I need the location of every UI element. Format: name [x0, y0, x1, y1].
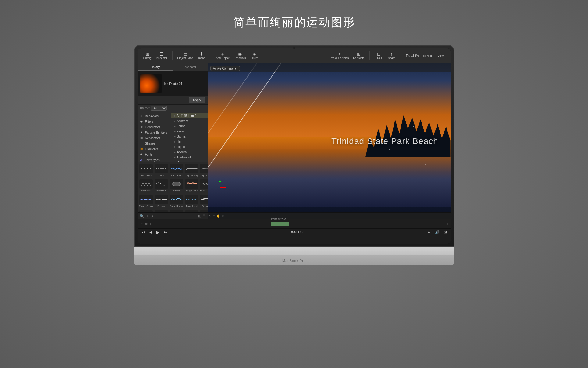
sub-item-flora[interactable]: ▶ Flora: [171, 129, 208, 134]
brush-thumb-fingerpaint: [185, 179, 198, 189]
brush-item-filbert[interactable]: Filbert: [169, 178, 184, 193]
tab-library[interactable]: Library: [138, 63, 173, 71]
camera-dropdown-arrow[interactable]: ▼: [234, 67, 237, 70]
brush-item-dry-heavy[interactable]: Dry...Heavy: [184, 163, 199, 178]
brush-item-graff-02[interactable]: Graff...er 02: [154, 209, 169, 212]
share-icon: ↑: [390, 52, 393, 56]
brush-item-gres-heavy[interactable]: Gres...Heavy: [169, 209, 184, 212]
sub-item-all[interactable]: ▶ All (145 Items): [171, 113, 208, 118]
project-pane-button[interactable]: ▤ Project Pane: [176, 51, 195, 60]
sub-label-light: Light: [177, 140, 184, 143]
category-item-generators[interactable]: ⊕ Generators: [138, 124, 171, 130]
make-particles-icon: ✦: [338, 52, 342, 56]
category-item-filters[interactable]: ◈ Filters: [138, 119, 171, 124]
apply-button[interactable]: Apply: [189, 97, 205, 103]
replicate-button[interactable]: ⊞ Replicate: [351, 51, 366, 60]
tl-loop[interactable]: ↩: [426, 229, 432, 235]
text-styles-cat-icon: A: [140, 158, 144, 162]
category-item-gradients[interactable]: ▦ Gradients: [138, 146, 171, 152]
panel-search-icon[interactable]: 🔍: [140, 214, 144, 218]
theme-bar: Theme: All Light Dark: [138, 105, 208, 112]
brush-item-drap-cloth[interactable]: Drap...Cloth: [169, 163, 184, 178]
panel-grid-icon[interactable]: ⊞: [198, 214, 201, 218]
tl-go-start[interactable]: ⏮: [140, 229, 146, 235]
brush-item-fingerpaint[interactable]: Fingerpaint: [184, 178, 199, 193]
brush-item-handwriting[interactable]: Handwriting: [199, 209, 207, 212]
tool-pan[interactable]: ✋: [216, 214, 220, 218]
category-item-replicators[interactable]: ⊞ Replicators: [138, 135, 171, 141]
import-button[interactable]: ⬇ Import: [195, 51, 208, 60]
brush-item-graff-01[interactable]: Graff...er 01: [138, 209, 154, 212]
category-item-behaviors[interactable]: ○ Behaviors: [138, 113, 171, 119]
filters-button[interactable]: ◈ Filters: [248, 51, 261, 60]
brush-item-fresco[interactable]: Fresco: [154, 194, 169, 209]
sub-item-fauna[interactable]: ▶ Fauna: [171, 124, 208, 129]
brush-item-filament[interactable]: Filament: [154, 178, 169, 193]
brush-item-gres-light[interactable]: Gres...Light: [184, 209, 199, 212]
brush-name-dry-heavy: Dry...Heavy: [186, 174, 198, 177]
panel-list-icon[interactable]: ☰: [202, 214, 206, 218]
camera-indicator: Active Camera ▼: [210, 66, 240, 71]
tool-move[interactable]: ✛: [213, 214, 215, 218]
category-item-fonts[interactable]: A Fonts: [138, 152, 171, 157]
brush-item-frayi-string[interactable]: Frayi...String: [138, 194, 154, 209]
canvas-btm-options[interactable]: ⊡: [447, 214, 449, 218]
share-button[interactable]: ↑ Share: [386, 51, 398, 60]
brush-thumb-feathers: [139, 179, 153, 189]
library-button[interactable]: ⊞ Library: [141, 51, 154, 60]
brush-item-frost-light[interactable]: Frost Light: [184, 194, 199, 209]
add-object-button[interactable]: ＋ Add Object: [214, 51, 231, 60]
theme-select[interactable]: All Light Dark: [151, 106, 167, 111]
preview-thumb-image: [140, 74, 162, 93]
tl-go-end[interactable]: ⏭: [163, 229, 169, 235]
sub-item-garnish[interactable]: ▶ Garnish: [171, 134, 208, 139]
tl-tool-r1[interactable]: ⊡: [441, 222, 443, 225]
brush-item-flock-birds[interactable]: ∿∿∿ Flock...Birds: [199, 178, 207, 193]
tl-tool-1[interactable]: ↗: [140, 222, 143, 225]
category-list: ○ Behaviors ◈ Filters ⊕: [138, 112, 171, 162]
tl-play[interactable]: ▶: [155, 229, 161, 235]
sub-item-traditional[interactable]: ▶ Traditional: [171, 155, 208, 160]
tl-volume[interactable]: 🔊: [434, 229, 441, 235]
brush-name-dash-small: Dash Small: [140, 174, 152, 177]
tool-zoom[interactable]: ⊕: [221, 214, 224, 218]
svg-text:∿∿∿: ∿∿∿: [202, 182, 207, 186]
make-particles-label: Make Particles: [331, 56, 349, 60]
panel-add-icon[interactable]: ＋: [145, 213, 149, 218]
tl-tool-2[interactable]: ⊕: [145, 222, 148, 225]
panel-tabs: Library Inspector: [138, 63, 208, 71]
sub-item-light[interactable]: ▶ Light: [171, 139, 208, 144]
tl-play-back[interactable]: ◀: [148, 229, 153, 235]
sub-label-abstract: Abstract: [177, 119, 188, 123]
fit-button[interactable]: Fit: 132%: [404, 53, 421, 58]
category-item-text-styles[interactable]: A Text Styles: [138, 157, 171, 162]
brush-item-dry-light[interactable]: Dry...r Light: [199, 163, 207, 178]
category-item-particle-emitters[interactable]: ✦ Particle Emitters: [138, 130, 171, 135]
cat-label-text-styles: Text Styles: [145, 158, 160, 162]
brush-grid-area: Dash Small Dots: [138, 162, 208, 213]
brush-item-gouache[interactable]: Gouache: [199, 194, 207, 209]
render-button[interactable]: Render: [421, 54, 434, 58]
tool-select[interactable]: ↖: [209, 214, 212, 218]
sub-item-urban[interactable]: ▶ Urban: [171, 160, 208, 162]
sub-item-textural[interactable]: ▶ Textural: [171, 150, 208, 155]
brush-item-dots[interactable]: Dots: [154, 163, 169, 178]
brush-item-feathers[interactable]: Feathers: [138, 178, 154, 193]
view-button[interactable]: View: [435, 54, 447, 58]
brush-item-dash-small[interactable]: Dash Small: [138, 163, 154, 178]
brush-thumb-dry-heavy: [185, 164, 198, 173]
brush-item-frost-heavy[interactable]: Frost Heavy: [169, 194, 184, 209]
tl-tool-3[interactable]: ○: [150, 222, 152, 225]
panel-settings-icon[interactable]: ⚙: [150, 214, 154, 218]
sub-item-liquid[interactable]: ▶ Liquid: [171, 144, 208, 150]
tl-tool-r2[interactable]: ⊞: [446, 222, 448, 225]
hud-button[interactable]: ⊡ HUD: [373, 51, 385, 60]
inspector-button[interactable]: ☰ Inspector: [154, 51, 169, 60]
sub-item-abstract[interactable]: ▶ Abstract: [171, 118, 208, 124]
category-item-shapes[interactable]: □ Shapes: [138, 141, 171, 146]
brush-name-frost-light: Frost Light: [186, 205, 198, 208]
tl-fullscreen[interactable]: ⊡: [443, 229, 448, 235]
make-particles-button[interactable]: ✦ Make Particles: [329, 51, 351, 60]
tab-inspector[interactable]: Inspector: [173, 63, 208, 71]
behaviors-button[interactable]: ◉ Behaviors: [232, 51, 248, 60]
